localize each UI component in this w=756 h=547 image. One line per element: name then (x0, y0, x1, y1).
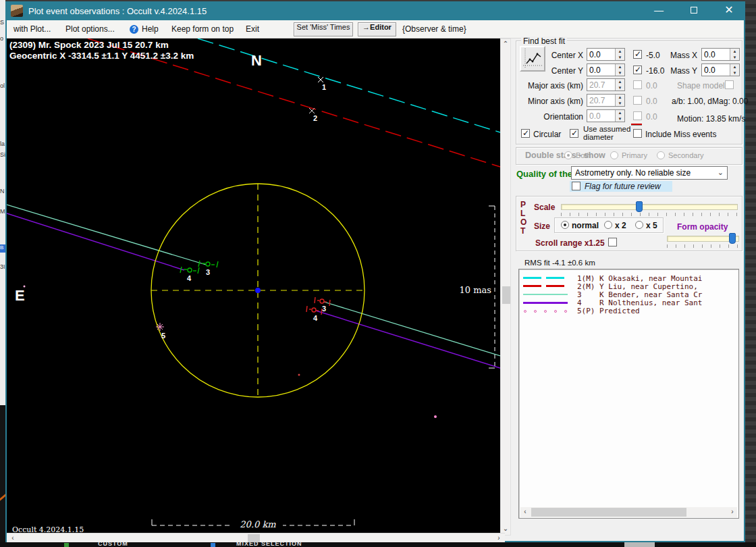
minimize-button[interactable]: — (645, 1, 672, 20)
north-label: N (251, 52, 262, 69)
offset-x-checkbox[interactable] (633, 50, 642, 59)
orientation-fit-checkbox[interactable] (633, 111, 642, 120)
legend-swatch-mint-line (523, 294, 568, 295)
major-axis-spin-arrows[interactable]: ▲▼ (615, 79, 624, 90)
observations-legend-list[interactable]: 1(M) K Okasaki, near Mountai 2(M) Y Liu,… (518, 269, 739, 519)
flag-review-checkbox[interactable] (572, 182, 580, 190)
legend-row-5[interactable]: 5(P) Predicted (519, 307, 738, 315)
center-y-spinner[interactable]: 0.0 ▲▼ (587, 63, 625, 76)
plot-horizontal-scrollbar[interactable]: ‹ › (7, 533, 505, 542)
predicted-marker-label: 5 (161, 332, 165, 340)
center-x-label: Center X (543, 51, 583, 60)
use-assumed-diameter-checkbox[interactable] (570, 129, 578, 138)
shape-model-checkbox[interactable] (725, 80, 734, 89)
menu-exit[interactable]: Exit (246, 24, 259, 34)
mass-y-spin-arrows[interactable]: ▲▼ (730, 64, 739, 76)
legend-horizontal-scrollbar[interactable]: ‹ › (520, 507, 737, 517)
taskbar-text-fragment: MIXED SELECTION (236, 542, 302, 547)
minor-axis-spinner[interactable]: 20.7 ▲▼ (587, 94, 625, 107)
editor-button[interactable]: →Editor (358, 22, 396, 36)
green-marker-3-label: 3 (206, 268, 210, 276)
ab-dmag-label: a/b: 1.00, dMag: 0.00 (672, 97, 748, 106)
legend-row-4[interactable]: 4 R Nolthenius, near Sant (519, 298, 738, 307)
window-title: Plot event observations : Occult v.4.202… (28, 6, 207, 16)
menu-help[interactable]: Help (142, 24, 159, 34)
center-x-spinner[interactable]: 0.0 ▲▼ (587, 48, 625, 61)
legend-row-2[interactable]: 2(M) Y Liu, near Cupertino, (519, 282, 738, 290)
orientation-spinner[interactable]: 0.0 ▲▼ (587, 109, 625, 122)
major-axis-fit-checkbox[interactable] (633, 80, 642, 89)
double-stars-secondary-radio[interactable] (657, 151, 665, 159)
size-x2-radio[interactable] (604, 221, 612, 229)
size-x5-label: x 5 (646, 221, 657, 230)
plot-title-line1: (2309) Mr. Spock 2023 Jul 15 20.7 km (9, 40, 169, 50)
size-normal-radio[interactable] (561, 221, 569, 229)
scroll-left-arrow[interactable]: ‹ (8, 534, 18, 544)
center-y-spin-arrows[interactable]: ▲▼ (615, 64, 624, 76)
menu-plot-options[interactable]: Plot options... (65, 24, 115, 34)
quality-combobox[interactable]: Astrometry only. No reliable size ⌄ (571, 166, 728, 180)
double-stars-both-radio[interactable] (564, 151, 572, 159)
minor-axis-fit-checkbox[interactable] (633, 96, 642, 105)
title-bar[interactable]: Plot event observations : Occult v.4.202… (5, 1, 745, 20)
minor-axis-spin-arrows[interactable]: ▲▼ (615, 95, 624, 106)
double-stars-primary-radio[interactable] (610, 151, 618, 159)
green-marker-4-label: 4 (187, 274, 192, 282)
maximize-button[interactable] (680, 1, 707, 20)
chord-2-midpoint-x (309, 108, 315, 113)
offset-y-checkbox[interactable] (633, 66, 642, 74)
include-miss-events-checkbox[interactable] (633, 129, 642, 138)
form-opacity-label: Form opacity (677, 222, 728, 232)
mass-y-label: Mass Y (669, 66, 697, 76)
legend-row-1[interactable]: 1(M) K Okasaki, near Mountai (519, 274, 738, 282)
menu-keep-form-on-top[interactable]: Keep form on top (171, 24, 234, 34)
major-axis-spinner[interactable]: 20.7 ▲▼ (587, 78, 625, 91)
chord-4-line-post (316, 311, 500, 368)
scroll-up-arrow[interactable]: ⌃ (501, 40, 510, 49)
menu-with-plot[interactable]: with Plot... (14, 24, 51, 34)
legend-swatch-red-dash (546, 285, 564, 287)
flag-review-label: Flag for future review (585, 182, 661, 191)
close-button[interactable]: ✕ (716, 1, 742, 20)
orientation-value: 0.0 (589, 111, 601, 121)
mass-x-label: Mass X (669, 51, 697, 60)
event-marker-green-3 (198, 261, 218, 267)
vertical-scroll-thumb[interactable] (502, 286, 510, 304)
legend-scroll-right-arrow[interactable]: › (728, 508, 737, 515)
mass-x-spinner[interactable]: 0.0 ▲▼ (701, 48, 740, 61)
form-opacity-slider-track[interactable] (667, 236, 739, 242)
mass-x-spin-arrows[interactable]: ▲▼ (730, 49, 739, 60)
use-assumed-line1: Use assumed (583, 125, 630, 133)
center-x-spin-arrows[interactable]: ▲▼ (615, 49, 624, 60)
scale-slider-thumb[interactable] (636, 201, 643, 212)
occult-plot-window: Plot event observations : Occult v.4.202… (5, 1, 745, 542)
legend-scroll-thumb[interactable] (531, 508, 686, 517)
observer-time-label: {Observer & time} (402, 24, 466, 34)
legend-swatch-pink-dot (554, 310, 557, 313)
legend-swatch-cyan-dash (546, 277, 564, 279)
mass-y-value: 0.0 (704, 66, 716, 75)
form-opacity-slider-thumb[interactable] (729, 233, 736, 244)
fit-plot-button[interactable] (520, 46, 545, 72)
help-icon[interactable]: ? (130, 25, 138, 34)
occultation-plot-canvas[interactable]: 1 2 (7, 38, 500, 536)
circular-checkbox[interactable] (521, 129, 530, 138)
set-miss-times-button[interactable]: Set 'Miss' Times (294, 22, 353, 36)
legend-row-3[interactable]: 3 K Bender, near Santa Cr (519, 290, 738, 298)
center-x-value: 0.0 (589, 50, 601, 59)
scale-slider-track[interactable] (561, 204, 738, 210)
east-label: E (15, 287, 25, 304)
plot-vertical-scrollbar[interactable]: ⌃ ⌄ (500, 38, 511, 536)
chord-1-label: 1 (322, 83, 326, 91)
size-x5-radio[interactable] (635, 221, 643, 229)
legend-scroll-left-arrow[interactable]: ‹ (520, 508, 530, 515)
chord-1-line (198, 38, 500, 132)
scroll-right-arrow[interactable]: › (494, 534, 504, 544)
chord-2-label: 2 (313, 114, 317, 122)
orientation-spin-arrows[interactable]: ▲▼ (615, 110, 624, 122)
mass-y-spinner[interactable]: 0.0 ▲▼ (701, 63, 740, 76)
scroll-range-checkbox[interactable] (608, 238, 617, 246)
use-assumed-diameter-label: Use assumed diameter (583, 125, 630, 141)
horizontal-scroll-thumb[interactable] (248, 534, 260, 542)
taskbar-sliver: CUSTOM MIXED SELECTION (0, 542, 756, 547)
